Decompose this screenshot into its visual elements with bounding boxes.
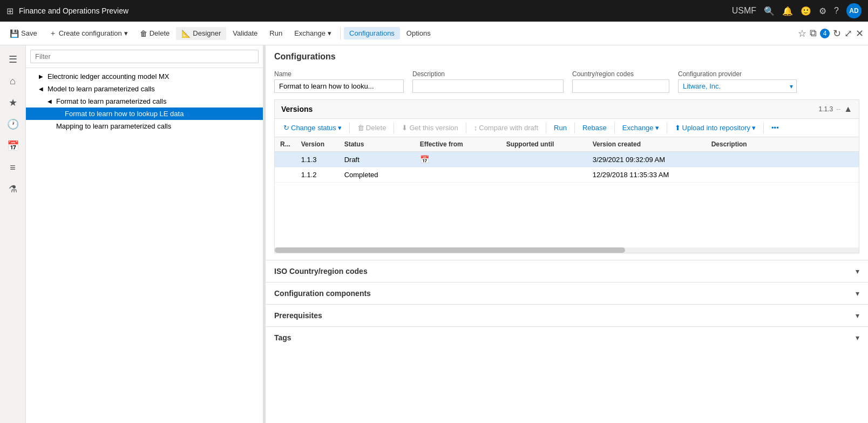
designer-button[interactable]: 📐 Designer: [176, 27, 226, 40]
close-icon[interactable]: ✕: [856, 28, 864, 39]
compare-draft-btn[interactable]: ↕ Compare with draft: [470, 122, 542, 133]
tags-title: Tags: [274, 333, 291, 342]
trash-ver-icon: 🗑: [357, 124, 364, 132]
tags-section[interactable]: Tags ▾: [266, 326, 868, 348]
provider-dropdown[interactable]: Litware, Inc. ▾: [678, 79, 797, 93]
col-status-header: Status: [339, 137, 415, 152]
iso-country-title: ISO Country/region codes: [274, 267, 368, 276]
expand-arrow-model: ◀: [39, 86, 48, 92]
delete-button[interactable]: 🗑 Delete: [134, 27, 175, 40]
bell-icon[interactable]: 🔔: [782, 6, 793, 16]
settings-icon[interactable]: ⚙: [819, 6, 826, 16]
title-bar-left: ⊞ Finance and Operations Preview: [6, 6, 128, 16]
table-row[interactable]: 1.1.2 Completed 12/29/2018 11:35:33 AM: [275, 167, 859, 183]
grid-icon[interactable]: ⊞: [6, 6, 13, 16]
list-icon[interactable]: ≡: [3, 158, 23, 177]
col-desc-header: Description: [706, 137, 859, 152]
config-components-arrow: ▾: [856, 289, 859, 298]
ver-sep-8: [763, 123, 764, 133]
calendar-side-icon[interactable]: 📅: [3, 136, 23, 156]
trash-icon: 🗑: [140, 29, 147, 38]
iso-country-section[interactable]: ISO Country/region codes ▾: [266, 260, 868, 282]
change-status-btn[interactable]: ↻ Change status ▾: [279, 122, 346, 133]
create-config-dropdown-icon: ▾: [124, 29, 128, 37]
description-field: Description: [412, 70, 564, 93]
run-ver-btn[interactable]: Run: [550, 122, 571, 133]
help-icon[interactable]: ?: [834, 6, 839, 16]
download-icon: ⬇: [402, 124, 408, 132]
save-button[interactable]: 💾 Save: [4, 27, 43, 40]
favorites-icon[interactable]: ☆: [798, 28, 806, 39]
ver-delete-btn[interactable]: 🗑 Delete: [353, 122, 391, 133]
horizontal-scrollbar[interactable]: [275, 247, 859, 253]
versions-table-wrapper: R... Version Status Effective from Suppo…: [275, 137, 859, 183]
prerequisites-section[interactable]: Prerequisites ▾: [266, 304, 868, 326]
avatar: AD: [846, 3, 862, 18]
plus-icon: ＋: [49, 29, 57, 38]
rebase-btn[interactable]: Rebase: [578, 122, 611, 133]
home-icon[interactable]: ⌂: [3, 71, 23, 91]
country-field: Country/region codes: [572, 70, 669, 93]
upload-icon: ⬆: [675, 124, 681, 132]
exchange-ver-btn[interactable]: Exchange ▾: [618, 122, 663, 133]
page-title: Configurations: [274, 52, 859, 62]
versions-collapse-btn[interactable]: ▲: [844, 104, 852, 114]
more-btn[interactable]: •••: [767, 122, 783, 133]
configurations-button[interactable]: Configurations: [344, 27, 400, 39]
versions-badge: 1.1.3: [818, 105, 833, 113]
tree-label-format: Format to learn parameterized calls: [56, 97, 166, 105]
hamburger-icon[interactable]: ☰: [3, 50, 23, 69]
col-version-header: Version: [296, 137, 339, 152]
table-row[interactable]: 1.1.3 Draft 📅 3/29/2021 09:32:09 AM: [275, 152, 859, 167]
validate-button[interactable]: Validate: [227, 27, 263, 39]
content-header: Configurations: [266, 45, 868, 66]
badge-icon[interactable]: 4: [820, 29, 830, 38]
search-icon[interactable]: 🔍: [764, 6, 775, 16]
tree-item-mapping-parameterized[interactable]: Mapping to learn parameterized calls: [26, 120, 263, 132]
tree-item-format-lookup[interactable]: Format to learn how to lookup LE data: [26, 108, 263, 120]
row2-desc: [706, 167, 859, 183]
tree-item-format-parameterized[interactable]: ◀ Format to learn parameterized calls: [26, 95, 263, 108]
tree-label-model: Model to learn parameterized calls: [48, 85, 155, 93]
layout-icon[interactable]: ⧉: [810, 28, 817, 39]
options-button[interactable]: Options: [401, 27, 436, 39]
row2-created: 12/29/2018 11:35:33 AM: [587, 167, 706, 183]
upload-arrow: ▾: [752, 124, 756, 132]
provider-value: Litware, Inc.: [679, 80, 786, 92]
create-config-button[interactable]: ＋ Create configuration ▾: [44, 26, 133, 41]
toolbar-right: ☆ ⧉ 4 ↻ ⤢ ✕: [798, 28, 864, 39]
title-bar: ⊞ Finance and Operations Preview USMF 🔍 …: [0, 0, 868, 22]
prerequisites-title: Prerequisites: [274, 311, 322, 320]
iso-country-arrow: ▾: [856, 267, 859, 276]
config-components-section[interactable]: Configuration components ▾: [266, 282, 868, 304]
expand-icon[interactable]: ⤢: [844, 28, 852, 39]
toolbar-separator: [340, 27, 341, 40]
tree-item-electronic-ledger[interactable]: ▶ Electronic ledger accounting model MX: [26, 70, 263, 83]
row2-supported: [501, 167, 587, 183]
expand-arrow-format: ◀: [48, 98, 56, 104]
upload-repository-btn[interactable]: ⬆ Upload into repository ▾: [670, 122, 760, 133]
exchange-button[interactable]: Exchange ▾: [289, 27, 337, 39]
title-bar-right: USMF 🔍 🔔 🙂 ⚙ ? AD: [732, 3, 862, 18]
get-version-btn[interactable]: ⬇ Get this version: [397, 122, 462, 133]
run-button[interactable]: Run: [264, 27, 288, 39]
tree-item-model-parameterized[interactable]: ◀ Model to learn parameterized calls: [26, 83, 263, 95]
filter-icon[interactable]: ⚗: [3, 179, 23, 199]
clock-icon[interactable]: 🕐: [3, 115, 23, 134]
country-label: Country/region codes: [572, 70, 669, 78]
refresh-icon[interactable]: ↻: [833, 28, 841, 39]
desc-input[interactable]: [412, 79, 564, 93]
emoji-icon[interactable]: 🙂: [801, 6, 811, 16]
country-input[interactable]: [572, 79, 669, 93]
calendar-picker-icon[interactable]: 📅: [420, 155, 429, 164]
form-row: Name Description Country/region codes Co…: [274, 70, 859, 93]
row1-version: 1.1.3: [296, 152, 339, 167]
refresh-status-icon: ↻: [283, 124, 289, 132]
filter-input[interactable]: [30, 50, 259, 63]
nav-filter-area: [26, 45, 263, 68]
name-label: Name: [274, 70, 404, 78]
name-input[interactable]: [274, 79, 404, 93]
expand-arrow-electronic: ▶: [39, 73, 48, 79]
star-icon[interactable]: ★: [3, 93, 23, 112]
ver-sep-2: [394, 123, 394, 133]
